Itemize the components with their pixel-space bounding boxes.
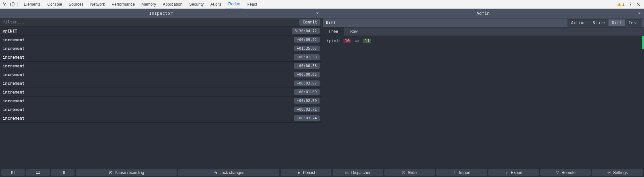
admin-header-label: Admin bbox=[477, 11, 490, 16]
warnings-count: 1 bbox=[622, 2, 625, 7]
action-row[interactable]: increment+00:01.33 bbox=[0, 53, 322, 62]
view-tab-raw[interactable]: Raw bbox=[344, 27, 364, 36]
admin-subheader-title: Diff bbox=[326, 20, 568, 25]
svg-line-14 bbox=[110, 172, 111, 173]
remote-button[interactable]: Remote bbox=[540, 169, 591, 176]
inspector-header-label: Inspector bbox=[149, 11, 173, 16]
action-name: increment bbox=[3, 38, 24, 42]
action-row[interactable]: increment+00:03.07 bbox=[0, 79, 322, 88]
download-icon bbox=[505, 171, 509, 175]
action-time: +00:02.59 bbox=[294, 98, 320, 104]
devtools-tab-application[interactable]: Application bbox=[159, 0, 186, 8]
slider-label: Slider bbox=[408, 170, 418, 175]
stop-icon bbox=[109, 171, 113, 175]
inspector-header[interactable]: Inspector bbox=[0, 9, 322, 18]
segment-test[interactable]: Test bbox=[625, 19, 642, 26]
action-row[interactable]: increment+00:00.68 bbox=[0, 62, 322, 70]
devtools-tab-bar: ElementsConsoleSourcesNetworkPerformance… bbox=[0, 0, 644, 9]
devtools-tab-console[interactable]: Console bbox=[44, 0, 65, 8]
svg-rect-0 bbox=[11, 3, 13, 6]
devtools-tab-network[interactable]: Network bbox=[87, 0, 108, 8]
kebab-menu-icon[interactable] bbox=[628, 2, 633, 7]
device-toggle-icon[interactable] bbox=[10, 2, 15, 7]
action-row[interactable]: increment+00:01.09 bbox=[0, 88, 322, 97]
dispatcher-button[interactable]: Dispatcher bbox=[333, 169, 383, 176]
action-row[interactable]: increment+00:09.72 bbox=[0, 36, 322, 44]
action-name: increment bbox=[3, 99, 24, 103]
chevron-down-icon bbox=[638, 12, 641, 14]
persist-button[interactable]: Persist bbox=[281, 169, 331, 176]
devtools-tab-redux[interactable]: Redux bbox=[225, 0, 244, 8]
chevron-down-icon bbox=[316, 12, 319, 14]
segment-state[interactable]: State bbox=[589, 19, 608, 26]
settings-button[interactable]: Settings bbox=[592, 169, 643, 176]
segment-diff[interactable]: Diff bbox=[608, 19, 625, 26]
devtools-tab-react[interactable]: React bbox=[243, 0, 260, 8]
slider-button[interactable]: Slider bbox=[384, 169, 435, 176]
lock-changes-button[interactable]: Lock changes bbox=[178, 169, 279, 176]
action-row[interactable]: @@INIT3:30:04.72 bbox=[0, 27, 322, 36]
action-name: increment bbox=[3, 72, 24, 77]
commit-button[interactable]: Commit bbox=[300, 19, 320, 25]
segment-action[interactable]: Action bbox=[568, 19, 589, 26]
inspector-panel: Commit @@INIT3:30:04.72increment+00:09.7… bbox=[0, 18, 323, 169]
action-name: increment bbox=[3, 55, 24, 60]
devtools-tab-performance[interactable]: Performance bbox=[108, 0, 138, 8]
antenna-icon bbox=[555, 171, 559, 175]
arrow-icon: => bbox=[355, 39, 360, 43]
export-label: Export bbox=[511, 170, 523, 175]
action-name: increment bbox=[3, 116, 24, 121]
action-name: increment bbox=[3, 90, 24, 95]
svg-point-4 bbox=[630, 2, 631, 3]
action-time: +00:00.65 bbox=[294, 72, 320, 77]
action-row[interactable]: increment+00:03.24 bbox=[0, 114, 322, 123]
action-time: +00:00.68 bbox=[294, 63, 320, 69]
action-time: +00:03.07 bbox=[294, 80, 320, 86]
export-button[interactable]: Export bbox=[488, 169, 539, 176]
import-button[interactable]: Import bbox=[436, 169, 487, 176]
svg-rect-2 bbox=[619, 4, 620, 5]
svg-point-6 bbox=[630, 5, 631, 6]
filter-input[interactable] bbox=[1, 19, 298, 25]
svg-point-25 bbox=[608, 172, 609, 173]
window-bottom-button[interactable] bbox=[26, 169, 50, 176]
remote-label: Remote bbox=[561, 170, 576, 175]
action-name: increment bbox=[3, 46, 24, 51]
svg-rect-16 bbox=[345, 172, 349, 174]
action-row[interactable]: increment+00:03.71 bbox=[0, 105, 322, 114]
svg-rect-8 bbox=[11, 171, 12, 174]
filter-row: Commit bbox=[0, 18, 322, 27]
admin-header[interactable]: Admin bbox=[322, 9, 644, 18]
action-time: +00:01.09 bbox=[294, 89, 320, 95]
action-time: +00:03.71 bbox=[294, 107, 320, 112]
pause-recording-button[interactable]: Pause recording bbox=[76, 169, 177, 176]
devtools-tab-memory[interactable]: Memory bbox=[138, 0, 159, 8]
close-icon[interactable] bbox=[636, 2, 641, 7]
svg-rect-15 bbox=[214, 172, 217, 174]
action-row[interactable]: increment+00:00.65 bbox=[0, 70, 322, 79]
dispatcher-label: Dispatcher bbox=[351, 170, 370, 175]
action-list: @@INIT3:30:04.72increment+00:09.72increm… bbox=[0, 27, 322, 169]
action-row[interactable]: increment+01:35.07 bbox=[0, 44, 322, 53]
admin-subheader: Diff ActionStateDiffTest bbox=[323, 18, 644, 27]
devtools-tab-security[interactable]: Security bbox=[186, 0, 207, 8]
devtools-tab-elements[interactable]: Elements bbox=[20, 0, 44, 8]
view-tabs: TreeRaw bbox=[323, 27, 644, 36]
view-tab-tree[interactable]: Tree bbox=[323, 27, 344, 36]
diff-content: (pin): 10 => 11 bbox=[323, 36, 644, 46]
action-row[interactable]: increment+00:02.59 bbox=[0, 97, 322, 105]
window-right-button[interactable] bbox=[51, 169, 74, 176]
inspect-icon[interactable] bbox=[3, 2, 7, 7]
warning-icon bbox=[617, 2, 622, 7]
warnings-badge[interactable]: 1 bbox=[617, 2, 625, 7]
devtools-tab-audits[interactable]: Audits bbox=[207, 0, 225, 8]
devtools-tab-sources[interactable]: Sources bbox=[65, 0, 87, 8]
window-left-button[interactable] bbox=[1, 169, 25, 176]
action-time: +00:03.24 bbox=[294, 115, 320, 121]
bottom-toolbar: Pause recording Lock changes Persist Dis… bbox=[0, 169, 644, 177]
action-name: increment bbox=[3, 64, 24, 68]
lock-icon bbox=[213, 171, 217, 175]
action-time: 3:30:04.72 bbox=[292, 28, 319, 34]
action-time: +00:01.33 bbox=[294, 54, 320, 60]
admin-panel: Diff ActionStateDiffTest TreeRaw (pin): … bbox=[323, 18, 644, 169]
